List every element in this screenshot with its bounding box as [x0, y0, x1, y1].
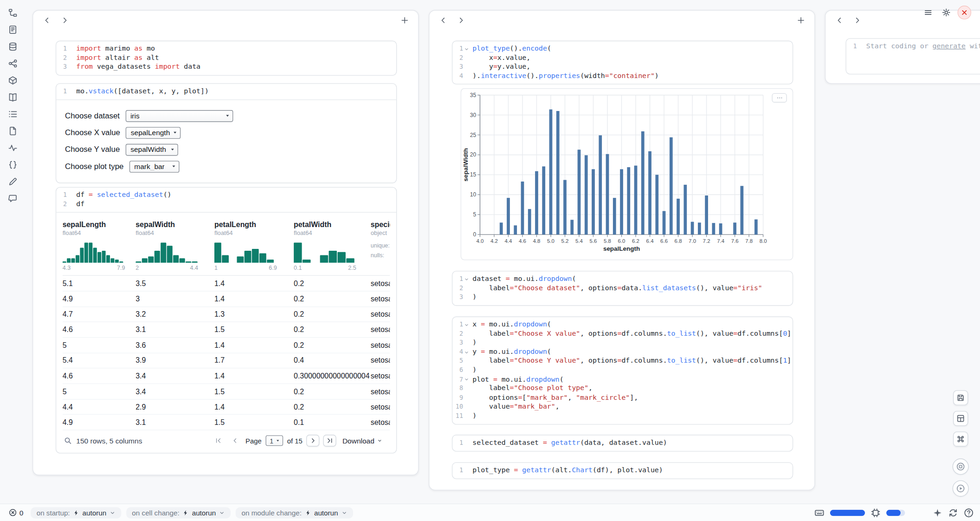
- altair-chart-output[interactable]: 4.04.24.44.64.85.05.25.45.65.86.06.26.46…: [461, 88, 793, 260]
- column-header-petalWidth[interactable]: petalWidthfloat64: [294, 220, 371, 236]
- network-panel-button[interactable]: [4, 57, 20, 70]
- code-line[interactable]: 1 Start coding or generate with AI: [847, 42, 980, 51]
- code-cell-xy-plot-dropdowns[interactable]: 1x = mo.ui.dropdown(2 label="Choose X va…: [452, 317, 793, 424]
- empty-code-cell[interactable]: 1 Start coding or generate with AI: [845, 38, 980, 74]
- chevron-left-icon[interactable]: [833, 14, 845, 26]
- code-line[interactable]: 4y = mo.ui.dropdown(: [454, 348, 787, 357]
- sync-button[interactable]: [948, 508, 958, 518]
- dataset-dropdown[interactable]: iris: [125, 110, 233, 122]
- previous-page-button[interactable]: [229, 435, 242, 447]
- fold-marker-icon[interactable]: [464, 322, 469, 327]
- code-line[interactable]: 7plot = mo.ui.dropdown(: [454, 375, 787, 384]
- list-panel-button[interactable]: [4, 108, 20, 120]
- code-cell-plot-type[interactable]: 1plot_type = getattr(alt.Chart(df), plot…: [452, 462, 793, 479]
- pen-panel-button[interactable]: [4, 175, 20, 188]
- first-page-button[interactable]: [212, 435, 225, 447]
- on-cell-change-chip[interactable]: on cell change:autorun: [126, 507, 231, 518]
- code-line[interactable]: 2df: [58, 200, 391, 209]
- on-startup-chip[interactable]: on startup:autorun: [31, 507, 122, 518]
- search-icon[interactable]: [64, 436, 72, 445]
- code-line[interactable]: 9 options=["mark_bar", "mark_circle"],: [454, 393, 787, 403]
- file-tree-panel-button[interactable]: [4, 6, 20, 19]
- keyboard-shortcuts-button[interactable]: [953, 431, 968, 446]
- code-line[interactable]: 3 y=y.value,: [454, 63, 787, 72]
- document-panel-button[interactable]: [4, 124, 20, 137]
- save-button[interactable]: [953, 390, 968, 405]
- column-header-species[interactable]: speciesobject: [371, 220, 390, 236]
- book-panel-button[interactable]: [4, 91, 20, 103]
- code-line[interactable]: 1x = mo.ui.dropdown(: [454, 320, 787, 330]
- code-line[interactable]: 4).interactive().properties(width="conta…: [454, 72, 787, 81]
- code-line[interactable]: 2import altair as alt: [58, 53, 391, 63]
- column-header-petalLength[interactable]: petalLengthfloat64: [214, 220, 294, 236]
- code-line[interactable]: 1selected_dataset = getattr(data, datase…: [454, 438, 787, 448]
- database-panel-button[interactable]: [4, 40, 20, 52]
- code-line[interactable]: 1import marimo as mo: [58, 45, 391, 54]
- code-line[interactable]: 1dataset = mo.ui.dropdown(: [454, 274, 787, 284]
- code-line[interactable]: 1plot_type().encode(: [454, 45, 787, 54]
- code-line[interactable]: 2 label="Choose X value", options=df.col…: [454, 329, 787, 339]
- code-line[interactable]: 8 label="Choose plot type",: [454, 384, 787, 393]
- column-header-sepalWidth[interactable]: sepalWidthfloat64: [135, 220, 214, 236]
- fold-marker-icon[interactable]: [464, 377, 469, 382]
- code-line[interactable]: 1mo.vstack([dataset, x, y, plot]): [58, 87, 391, 96]
- plot-type-dropdown[interactable]: mark_bar: [129, 161, 180, 173]
- package-panel-button[interactable]: [4, 74, 20, 86]
- code-cell-selected-dataset[interactable]: 1selected_dataset = getattr(data, datase…: [452, 435, 793, 451]
- help-button[interactable]: [964, 508, 974, 518]
- errors-indicator[interactable]: 0: [6, 507, 26, 518]
- run-all-button[interactable]: [953, 480, 969, 496]
- code-cell-plot[interactable]: 1plot_type().encode(2 x=x.value,3 y=y.va…: [452, 41, 793, 85]
- code-line[interactable]: 1df = selected_dataset(): [58, 191, 391, 200]
- code-line[interactable]: 1plot_type = getattr(alt.Chart(df), plot…: [454, 466, 787, 475]
- bar-chart[interactable]: 4.04.24.44.64.85.05.25.45.65.86.06.26.46…: [461, 89, 794, 260]
- braces-panel-button[interactable]: [4, 158, 20, 171]
- ai-assistant-button[interactable]: [933, 508, 943, 518]
- on-module-change-chip[interactable]: on module change:autorun: [236, 507, 353, 518]
- chevron-left-icon[interactable]: [41, 14, 53, 26]
- settings-button[interactable]: [939, 6, 953, 20]
- column-header-sepalLength[interactable]: sepalLengthfloat64: [63, 220, 136, 236]
- notebook-panel-button[interactable]: [4, 23, 20, 36]
- code-line[interactable]: 11): [454, 411, 787, 421]
- chevron-right-icon[interactable]: [851, 14, 863, 26]
- bolt-icon: [182, 509, 188, 515]
- page-select[interactable]: 1: [265, 436, 284, 446]
- fold-marker-icon[interactable]: [464, 46, 469, 52]
- code-line[interactable]: 3): [454, 339, 787, 348]
- generate-link[interactable]: generate: [933, 42, 966, 50]
- x-value-dropdown[interactable]: sepalLength: [126, 127, 181, 139]
- keyboard-icon[interactable]: [814, 508, 825, 518]
- fold-marker-icon[interactable]: [464, 349, 469, 355]
- interrupt-button[interactable]: [953, 458, 969, 475]
- shutdown-button[interactable]: [958, 6, 972, 20]
- notebook-menu-button[interactable]: [921, 6, 935, 20]
- cpu-icon[interactable]: [870, 508, 881, 518]
- svg-text:sepalLength: sepalLength: [603, 245, 640, 252]
- code-cell-imports[interactable]: 1import marimo as mo2import altair as al…: [56, 41, 397, 76]
- chevron-right-icon[interactable]: [454, 14, 467, 26]
- layout-select-button[interactable]: [953, 411, 968, 426]
- chat-panel-button[interactable]: [4, 192, 20, 205]
- download-button[interactable]: Download: [342, 437, 382, 444]
- activity-panel-button[interactable]: [4, 141, 20, 154]
- code-line[interactable]: 2 x=x.value,: [454, 53, 787, 63]
- code-line[interactable]: 6): [454, 366, 787, 375]
- add-cell-button[interactable]: [794, 14, 807, 26]
- y-value-dropdown[interactable]: sepalWidth: [125, 143, 178, 156]
- code-line[interactable]: 2 label="Choose dataset", options=data.l…: [454, 284, 787, 293]
- code-line[interactable]: 3from vega_datasets import data: [58, 63, 391, 72]
- chevron-right-icon[interactable]: [58, 14, 71, 26]
- chart-actions-button[interactable]: [772, 93, 787, 103]
- code-line[interactable]: 10 value="mark_bar",: [454, 403, 787, 412]
- code-cell-vstack[interactable]: 1mo.vstack([dataset, x, y, plot]) Choose…: [56, 83, 397, 183]
- fold-marker-icon[interactable]: [464, 276, 469, 282]
- next-page-button[interactable]: [306, 435, 319, 447]
- chevron-left-icon[interactable]: [437, 14, 450, 26]
- code-cell-dataframe[interactable]: 1df = selected_dataset()2df sepalLengthf…: [56, 187, 397, 454]
- code-line[interactable]: 5 label="Choose Y value", options=df.col…: [454, 357, 787, 366]
- add-cell-button[interactable]: [398, 14, 411, 26]
- code-cell-dataset-dropdown[interactable]: 1dataset = mo.ui.dropdown(2 label="Choos…: [452, 271, 793, 306]
- code-line[interactable]: 3): [454, 293, 787, 302]
- last-page-button[interactable]: [323, 435, 336, 447]
